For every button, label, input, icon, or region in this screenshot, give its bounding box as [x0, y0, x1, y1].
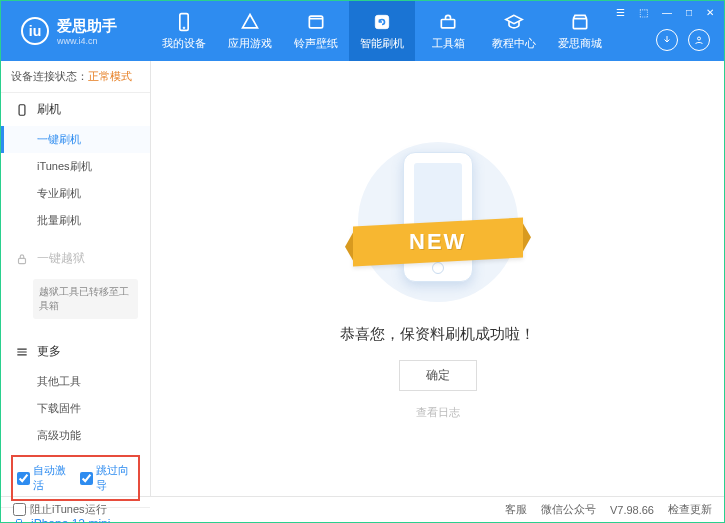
success-illustration: NEW: [358, 137, 518, 307]
graduation-icon: [504, 12, 524, 32]
store-icon: [570, 12, 590, 32]
wallpaper-icon: [306, 12, 326, 32]
sidebar-item-advanced[interactable]: 高级功能: [1, 422, 150, 449]
nav-apps[interactable]: 应用游戏: [217, 1, 283, 61]
refresh-icon: [372, 12, 392, 32]
user-button[interactable]: [688, 29, 710, 51]
sidebar-section-flash[interactable]: 刷机: [1, 93, 150, 126]
logo-icon: iu: [21, 17, 49, 45]
skin-icon[interactable]: ⬚: [635, 5, 652, 20]
apps-icon: [240, 12, 260, 32]
sidebar-item-oneclick[interactable]: 一键刷机: [1, 126, 150, 153]
app-name: 爱思助手: [57, 17, 117, 36]
block-itunes-checkbox[interactable]: 阻止iTunes运行: [13, 502, 107, 517]
sidebar-section-more[interactable]: 更多: [1, 335, 150, 368]
menu-icon[interactable]: ☰: [612, 5, 629, 20]
app-site: www.i4.cn: [57, 36, 117, 46]
nav-store[interactable]: 爱思商城: [547, 1, 613, 61]
download-button[interactable]: [656, 29, 678, 51]
minimize-icon[interactable]: ―: [658, 5, 676, 20]
svg-point-1: [183, 27, 185, 29]
header: iu 爱思助手 www.i4.cn 我的设备 应用游戏 铃声壁纸 智能刷机 工具…: [1, 1, 724, 61]
phone-icon: [15, 103, 29, 117]
sidebar-item-download[interactable]: 下载固件: [1, 395, 150, 422]
top-nav: 我的设备 应用游戏 铃声壁纸 智能刷机 工具箱 教程中心 爱思商城: [151, 1, 613, 61]
service-link[interactable]: 客服: [505, 502, 527, 517]
svg-rect-4: [441, 19, 454, 27]
device-name: iPhone 12 mini: [13, 516, 138, 523]
nav-flash[interactable]: 智能刷机: [349, 1, 415, 61]
sidebar-item-itunes[interactable]: iTunes刷机: [1, 153, 150, 180]
lock-icon: [15, 252, 29, 266]
svg-rect-5: [573, 18, 586, 28]
sidebar-section-jailbreak[interactable]: 一键越狱: [1, 242, 150, 275]
svg-rect-9: [17, 520, 22, 524]
toolbox-icon: [438, 12, 458, 32]
header-actions: [656, 29, 710, 51]
svg-point-6: [698, 37, 701, 40]
nav-ringtones[interactable]: 铃声壁纸: [283, 1, 349, 61]
svg-rect-8: [19, 258, 26, 263]
sidebar-item-other[interactable]: 其他工具: [1, 368, 150, 395]
sidebar: 设备连接状态：正常模式 刷机 一键刷机 iTunes刷机 专业刷机 批量刷机 一…: [1, 61, 151, 496]
nav-toolbox[interactable]: 工具箱: [415, 1, 481, 61]
app-window: iu 爱思助手 www.i4.cn 我的设备 应用游戏 铃声壁纸 智能刷机 工具…: [0, 0, 725, 523]
options-box: 自动激活 跳过向导: [11, 455, 140, 501]
confirm-button[interactable]: 确定: [399, 360, 477, 391]
maximize-icon[interactable]: □: [682, 5, 696, 20]
sidebar-item-batch[interactable]: 批量刷机: [1, 207, 150, 234]
window-controls: ☰ ⬚ ― □ ✕: [612, 5, 718, 20]
svg-rect-7: [19, 104, 25, 115]
success-message: 恭喜您，保资料刷机成功啦！: [340, 325, 535, 344]
close-icon[interactable]: ✕: [702, 5, 718, 20]
wechat-link[interactable]: 微信公众号: [541, 502, 596, 517]
main-content: NEW 恭喜您，保资料刷机成功啦！ 确定 查看日志: [151, 61, 724, 496]
more-icon: [15, 345, 29, 359]
ribbon-text: NEW: [409, 229, 466, 255]
nav-my-device[interactable]: 我的设备: [151, 1, 217, 61]
auto-activate-checkbox[interactable]: 自动激活: [17, 463, 72, 493]
jailbreak-note: 越狱工具已转移至工具箱: [33, 279, 138, 319]
check-update-link[interactable]: 检查更新: [668, 502, 712, 517]
connection-status: 设备连接状态：正常模式: [1, 61, 150, 93]
view-log-link[interactable]: 查看日志: [416, 405, 460, 420]
phone-icon: [174, 12, 194, 32]
skip-guide-checkbox[interactable]: 跳过向导: [80, 463, 135, 493]
version-label: V7.98.66: [610, 504, 654, 516]
logo: iu 爱思助手 www.i4.cn: [1, 17, 151, 46]
nav-tutorials[interactable]: 教程中心: [481, 1, 547, 61]
sidebar-item-pro[interactable]: 专业刷机: [1, 180, 150, 207]
